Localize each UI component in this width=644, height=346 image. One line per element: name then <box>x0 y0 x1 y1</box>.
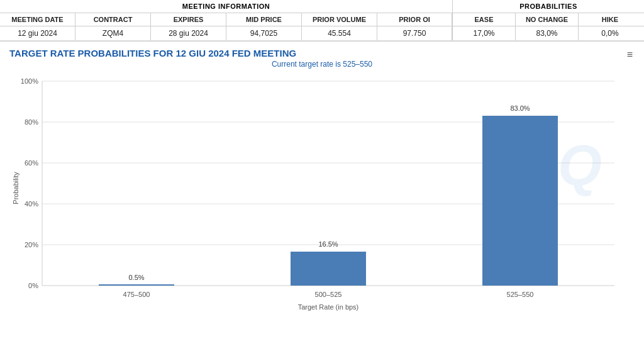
y-axis-title: Probability <box>12 172 19 204</box>
column-headers: MEETING DATE CONTRACT EXPIRES MID PRICE … <box>0 13 644 26</box>
bar-label-500-525: 16.5% <box>318 240 338 248</box>
col-header-prior-volume: PRIOR VOLUME <box>302 13 377 26</box>
col-header-ease: EASE <box>453 13 516 26</box>
cell-meeting-date: 12 giu 2024 <box>0 26 75 40</box>
col-header-contract: CONTRACT <box>75 13 151 26</box>
col-header-meeting-date: MEETING DATE <box>0 13 75 26</box>
chart-section: TARGET RATE PROBABILITIES FOR 12 GIU 202… <box>0 42 644 326</box>
cell-contract: ZQM4 <box>75 26 151 40</box>
y-label-100: 100% <box>21 77 38 85</box>
cell-ease: 17,0% <box>453 26 516 40</box>
bar-500-525 <box>291 252 366 286</box>
top-table: MEETING INFORMATION PROBABILITIES MEETIN… <box>0 0 644 42</box>
x-axis-title: Target Rate (in bps) <box>298 303 359 311</box>
chart-svg: Probability 0% 20% 40% 60% 80% 100% <box>11 72 633 323</box>
bar-label-525-550: 83.0% <box>510 104 530 112</box>
cell-no-change: 83,0% <box>516 26 579 40</box>
cell-expires: 28 giu 2024 <box>151 26 226 40</box>
y-label-40: 40% <box>25 200 38 208</box>
chart-container: Probability 0% 20% 40% 60% 80% 100% <box>11 72 633 323</box>
col-header-expires: EXPIRES <box>151 13 226 26</box>
y-label-80: 80% <box>25 118 38 126</box>
watermark: Q <box>558 134 602 197</box>
cell-prior-volume: 45.554 <box>302 26 377 40</box>
data-row: 12 giu 2024 ZQM4 28 giu 2024 94,7025 45.… <box>0 26 644 41</box>
bar-475-500 <box>99 284 174 286</box>
col-header-hike: HIKE <box>579 13 641 26</box>
cell-prior-oi: 97.750 <box>377 26 453 40</box>
col-header-no-change: NO CHANGE <box>516 13 579 26</box>
col-header-prior-oi: PRIOR OI <box>377 13 453 26</box>
col-header-mid-price: MID PRICE <box>226 13 302 26</box>
x-label-500-525: 500–525 <box>315 291 342 298</box>
chart-title: TARGET RATE PROBABILITIES FOR 12 GIU 202… <box>9 48 635 59</box>
cell-mid-price: 94,7025 <box>226 26 302 40</box>
meeting-info-header: MEETING INFORMATION <box>0 0 453 13</box>
cell-hike: 0,0% <box>579 26 641 40</box>
y-label-20: 20% <box>25 241 38 248</box>
bar-525-550 <box>482 116 558 286</box>
probabilities-header: PROBABILITIES <box>453 0 644 13</box>
section-header-row: MEETING INFORMATION PROBABILITIES <box>0 0 644 13</box>
x-label-525-550: 525–550 <box>507 291 534 298</box>
x-label-475-500: 475–500 <box>123 291 150 298</box>
chart-subtitle: Current target rate is 525–550 <box>9 60 635 69</box>
y-label-0: 0% <box>28 282 38 289</box>
y-label-60: 60% <box>25 159 38 167</box>
bar-label-475-500: 0.5% <box>128 274 144 281</box>
hamburger-icon[interactable]: ≡ <box>627 49 633 60</box>
